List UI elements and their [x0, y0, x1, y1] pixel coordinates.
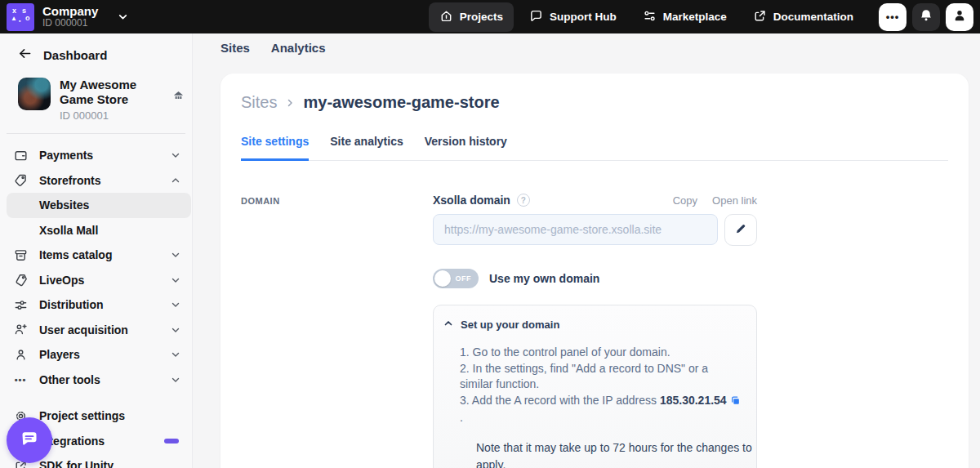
setup-step-1: 1. Go to the control panel of your domai…	[460, 345, 743, 361]
chat-icon	[18, 427, 41, 453]
dashboard-label: Dashboard	[43, 48, 107, 62]
account-button[interactable]	[946, 3, 973, 31]
pencil-icon	[734, 222, 747, 238]
top-section-tabs: Sites Analytics	[193, 33, 980, 55]
sidebar: Dashboard My Awesome Game Store ID 00000…	[0, 33, 193, 468]
sidebar-item-storefronts[interactable]: Storefronts	[0, 168, 192, 194]
marketplace-button[interactable]: Marketplace	[632, 2, 737, 32]
user-icon	[13, 348, 28, 362]
chevron-down-icon	[171, 300, 180, 310]
tab-site-settings[interactable]: Site settings	[241, 135, 309, 161]
tab-site-analytics[interactable]: Site analytics	[330, 135, 403, 161]
setup-domain-panel: Set up your domain 1. Go to the control …	[433, 305, 757, 468]
domain-section-label: DOMAIN	[241, 194, 433, 468]
help-icon[interactable]: ?	[517, 194, 530, 207]
chevron-down-icon	[171, 375, 180, 385]
notifications-button[interactable]	[912, 3, 940, 31]
chevron-up-icon	[443, 317, 453, 332]
xsolla-logo[interactable]: x s ▲ ▪ o	[7, 3, 34, 31]
sidebar-divider	[7, 133, 185, 134]
beta-badge	[164, 439, 179, 443]
tag-icon	[13, 273, 28, 287]
copy-link[interactable]: Copy	[673, 194, 697, 207]
edit-domain-button[interactable]	[724, 214, 757, 246]
chevron-down-icon	[171, 350, 180, 359]
project-card[interactable]: My Awesome Game Store ID 000001	[18, 78, 179, 122]
xsolla-domain-label: Xsolla domain	[433, 194, 510, 207]
projects-button-label: Projects	[460, 11, 503, 23]
tab-sites[interactable]: Sites	[220, 41, 250, 55]
own-domain-toggle-row: OFF Use my own domain	[433, 269, 757, 288]
chevron-down-icon	[171, 275, 180, 285]
wallet-icon	[13, 149, 28, 163]
back-arrow-icon	[18, 47, 32, 63]
support-chat-fab[interactable]	[7, 417, 52, 463]
ellipsis-icon: •••	[886, 11, 900, 23]
own-domain-toggle[interactable]: OFF	[433, 269, 479, 288]
logo-glyph: o	[25, 14, 30, 22]
domain-section: DOMAIN Xsolla domain ? Copy Open link	[241, 194, 969, 468]
setup-domain-steps: 1. Go to the control panel of your domai…	[460, 345, 743, 468]
external-link-icon	[753, 9, 767, 25]
setup-domain-collapse[interactable]: Set up your domain	[443, 317, 743, 332]
card-tabs: Site settings Site analytics Version his…	[241, 135, 948, 161]
toggle-knob	[434, 270, 451, 287]
sidebar-item-other-tools[interactable]: ••• Other tools	[0, 368, 192, 393]
user-plus-icon	[13, 323, 28, 337]
chevron-right-icon	[285, 98, 295, 108]
sliders-icon	[13, 298, 28, 312]
chevron-down-icon	[171, 325, 180, 335]
tab-analytics[interactable]: Analytics	[271, 41, 326, 55]
marketplace-label: Marketplace	[663, 11, 727, 23]
xsolla-domain-input[interactable]	[433, 214, 718, 245]
back-to-dashboard[interactable]: Dashboard	[0, 45, 192, 65]
app-root: x s ▲ ▪ o Company ID 000001 Projects	[0, 0, 980, 468]
setup-step-3: 3. Add the A record with the IP address …	[460, 393, 743, 426]
documentation-button[interactable]: Documentation	[742, 2, 864, 32]
logo-glyph: ▲	[11, 15, 17, 22]
sidebar-item-payments[interactable]: Payments	[0, 143, 192, 168]
chevron-up-icon	[171, 176, 180, 185]
page-title: my-awesome-game-store	[303, 93, 499, 112]
tab-version-history[interactable]: Version history	[425, 135, 507, 161]
open-link[interactable]: Open link	[712, 194, 757, 207]
domain-field-column: Xsolla domain ? Copy Open link	[433, 194, 757, 468]
logo-glyph: x	[12, 7, 16, 15]
tag-icon	[13, 173, 28, 187]
setup-step-2: 2. In the settings, find "Add a record t…	[460, 361, 743, 393]
breadcrumb-sites-link[interactable]: Sites	[241, 93, 277, 112]
company-switcher[interactable]: Company ID 000001	[42, 4, 98, 29]
home-icon	[439, 9, 453, 25]
sidebar-item-liveops[interactable]: LiveOps	[0, 268, 192, 293]
sidebar-item-players[interactable]: Players	[0, 342, 192, 368]
body: Dashboard My Awesome Game Store ID 00000…	[0, 33, 980, 468]
chevron-down-icon[interactable]	[118, 11, 128, 22]
toggle-state-label: OFF	[456, 274, 472, 283]
support-hub-button[interactable]: Support Hub	[519, 2, 627, 32]
sidebar-item-xsolla-mall[interactable]: Xsolla Mall	[0, 218, 192, 243]
sidebar-item-items-catalog[interactable]: Items catalog	[0, 243, 192, 268]
site-settings-card: Sites my-awesome-game-store Site setting…	[220, 74, 969, 468]
company-name: Company	[42, 4, 98, 18]
sidebar-item-distribution[interactable]: Distribution	[0, 292, 192, 318]
chevron-down-icon	[171, 250, 180, 260]
copy-ip-icon[interactable]	[730, 394, 741, 411]
top-nav: Projects Support Hub Marketplace Documen…	[429, 2, 864, 32]
setup-domain-title: Set up your domain	[461, 319, 559, 331]
more-options-button[interactable]: •••	[879, 3, 906, 31]
user-icon	[952, 8, 967, 25]
home-icon[interactable]	[172, 89, 185, 107]
header-icon-buttons: •••	[879, 3, 973, 31]
company-id: ID 000001	[42, 18, 98, 29]
archive-box-icon	[13, 248, 28, 262]
project-avatar	[18, 78, 51, 110]
sidebar-item-websites[interactable]: Websites	[7, 193, 191, 218]
bell-icon	[919, 8, 933, 25]
support-hub-label: Support Hub	[550, 11, 617, 23]
setup-note: Note that it may take up to 72 hours for…	[476, 439, 770, 468]
sidebar-item-user-acquisition[interactable]: User acquisition	[0, 318, 192, 343]
ellipsis-icon: •••	[13, 375, 28, 385]
documentation-label: Documentation	[773, 11, 853, 23]
projects-button[interactable]: Projects	[429, 2, 514, 32]
project-name: My Awesome Game Store	[60, 78, 172, 107]
